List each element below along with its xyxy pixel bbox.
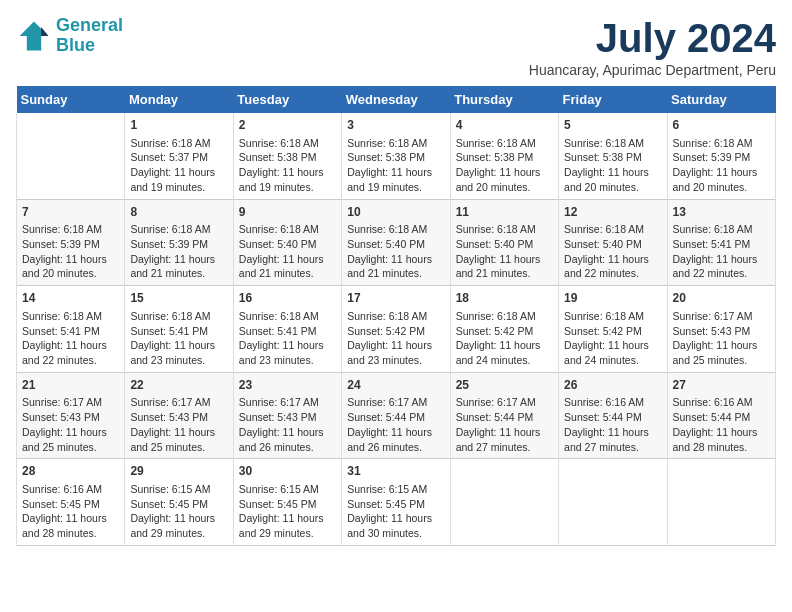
- logo-icon: [16, 18, 52, 54]
- day-info: Sunrise: 6:18 AM Sunset: 5:41 PM Dayligh…: [239, 309, 336, 368]
- week-row: 1Sunrise: 6:18 AM Sunset: 5:37 PM Daylig…: [17, 113, 776, 199]
- day-number: 26: [564, 377, 661, 394]
- day-cell: 18Sunrise: 6:18 AM Sunset: 5:42 PM Dayli…: [450, 286, 558, 373]
- day-cell: [450, 459, 558, 546]
- day-info: Sunrise: 6:17 AM Sunset: 5:43 PM Dayligh…: [673, 309, 770, 368]
- day-number: 9: [239, 204, 336, 221]
- day-info: Sunrise: 6:18 AM Sunset: 5:42 PM Dayligh…: [564, 309, 661, 368]
- day-info: Sunrise: 6:18 AM Sunset: 5:39 PM Dayligh…: [22, 222, 119, 281]
- day-info: Sunrise: 6:18 AM Sunset: 5:40 PM Dayligh…: [456, 222, 553, 281]
- day-cell: 20Sunrise: 6:17 AM Sunset: 5:43 PM Dayli…: [667, 286, 775, 373]
- day-cell: 16Sunrise: 6:18 AM Sunset: 5:41 PM Dayli…: [233, 286, 341, 373]
- day-info: Sunrise: 6:15 AM Sunset: 5:45 PM Dayligh…: [347, 482, 444, 541]
- day-cell: 24Sunrise: 6:17 AM Sunset: 5:44 PM Dayli…: [342, 372, 450, 459]
- column-header-wednesday: Wednesday: [342, 86, 450, 113]
- day-cell: 14Sunrise: 6:18 AM Sunset: 5:41 PM Dayli…: [17, 286, 125, 373]
- day-cell: 31Sunrise: 6:15 AM Sunset: 5:45 PM Dayli…: [342, 459, 450, 546]
- day-info: Sunrise: 6:18 AM Sunset: 5:37 PM Dayligh…: [130, 136, 227, 195]
- day-cell: 12Sunrise: 6:18 AM Sunset: 5:40 PM Dayli…: [559, 199, 667, 286]
- day-cell: 7Sunrise: 6:18 AM Sunset: 5:39 PM Daylig…: [17, 199, 125, 286]
- day-info: Sunrise: 6:18 AM Sunset: 5:40 PM Dayligh…: [347, 222, 444, 281]
- day-info: Sunrise: 6:18 AM Sunset: 5:38 PM Dayligh…: [239, 136, 336, 195]
- day-info: Sunrise: 6:17 AM Sunset: 5:44 PM Dayligh…: [347, 395, 444, 454]
- week-row: 21Sunrise: 6:17 AM Sunset: 5:43 PM Dayli…: [17, 372, 776, 459]
- day-info: Sunrise: 6:18 AM Sunset: 5:41 PM Dayligh…: [22, 309, 119, 368]
- day-number: 17: [347, 290, 444, 307]
- day-cell: 6Sunrise: 6:18 AM Sunset: 5:39 PM Daylig…: [667, 113, 775, 199]
- day-info: Sunrise: 6:17 AM Sunset: 5:43 PM Dayligh…: [130, 395, 227, 454]
- logo: General Blue: [16, 16, 123, 56]
- day-info: Sunrise: 6:16 AM Sunset: 5:45 PM Dayligh…: [22, 482, 119, 541]
- day-cell: 29Sunrise: 6:15 AM Sunset: 5:45 PM Dayli…: [125, 459, 233, 546]
- day-number: 6: [673, 117, 770, 134]
- day-number: 7: [22, 204, 119, 221]
- column-header-saturday: Saturday: [667, 86, 775, 113]
- day-cell: 5Sunrise: 6:18 AM Sunset: 5:38 PM Daylig…: [559, 113, 667, 199]
- day-info: Sunrise: 6:18 AM Sunset: 5:39 PM Dayligh…: [130, 222, 227, 281]
- calendar-subtitle: Huancaray, Apurimac Department, Peru: [529, 62, 776, 78]
- calendar-title: July 2024: [529, 16, 776, 60]
- day-number: 3: [347, 117, 444, 134]
- day-number: 22: [130, 377, 227, 394]
- column-header-tuesday: Tuesday: [233, 86, 341, 113]
- day-cell: 28Sunrise: 6:16 AM Sunset: 5:45 PM Dayli…: [17, 459, 125, 546]
- day-cell: 25Sunrise: 6:17 AM Sunset: 5:44 PM Dayli…: [450, 372, 558, 459]
- week-row: 7Sunrise: 6:18 AM Sunset: 5:39 PM Daylig…: [17, 199, 776, 286]
- day-info: Sunrise: 6:15 AM Sunset: 5:45 PM Dayligh…: [239, 482, 336, 541]
- day-info: Sunrise: 6:18 AM Sunset: 5:41 PM Dayligh…: [130, 309, 227, 368]
- day-number: 1: [130, 117, 227, 134]
- day-cell: 15Sunrise: 6:18 AM Sunset: 5:41 PM Dayli…: [125, 286, 233, 373]
- day-number: 21: [22, 377, 119, 394]
- day-number: 11: [456, 204, 553, 221]
- day-info: Sunrise: 6:18 AM Sunset: 5:41 PM Dayligh…: [673, 222, 770, 281]
- day-number: 5: [564, 117, 661, 134]
- day-cell: 2Sunrise: 6:18 AM Sunset: 5:38 PM Daylig…: [233, 113, 341, 199]
- day-cell: [17, 113, 125, 199]
- day-info: Sunrise: 6:18 AM Sunset: 5:40 PM Dayligh…: [564, 222, 661, 281]
- day-cell: 22Sunrise: 6:17 AM Sunset: 5:43 PM Dayli…: [125, 372, 233, 459]
- day-cell: 1Sunrise: 6:18 AM Sunset: 5:37 PM Daylig…: [125, 113, 233, 199]
- day-cell: 17Sunrise: 6:18 AM Sunset: 5:42 PM Dayli…: [342, 286, 450, 373]
- day-info: Sunrise: 6:15 AM Sunset: 5:45 PM Dayligh…: [130, 482, 227, 541]
- day-cell: 27Sunrise: 6:16 AM Sunset: 5:44 PM Dayli…: [667, 372, 775, 459]
- day-number: 31: [347, 463, 444, 480]
- day-info: Sunrise: 6:18 AM Sunset: 5:38 PM Dayligh…: [564, 136, 661, 195]
- day-number: 29: [130, 463, 227, 480]
- week-row: 28Sunrise: 6:16 AM Sunset: 5:45 PM Dayli…: [17, 459, 776, 546]
- day-number: 4: [456, 117, 553, 134]
- day-info: Sunrise: 6:17 AM Sunset: 5:44 PM Dayligh…: [456, 395, 553, 454]
- day-number: 28: [22, 463, 119, 480]
- day-number: 25: [456, 377, 553, 394]
- day-info: Sunrise: 6:18 AM Sunset: 5:42 PM Dayligh…: [347, 309, 444, 368]
- week-row: 14Sunrise: 6:18 AM Sunset: 5:41 PM Dayli…: [17, 286, 776, 373]
- column-header-thursday: Thursday: [450, 86, 558, 113]
- day-number: 20: [673, 290, 770, 307]
- day-info: Sunrise: 6:16 AM Sunset: 5:44 PM Dayligh…: [673, 395, 770, 454]
- day-cell: 23Sunrise: 6:17 AM Sunset: 5:43 PM Dayli…: [233, 372, 341, 459]
- day-info: Sunrise: 6:18 AM Sunset: 5:38 PM Dayligh…: [347, 136, 444, 195]
- day-number: 27: [673, 377, 770, 394]
- day-cell: 26Sunrise: 6:16 AM Sunset: 5:44 PM Dayli…: [559, 372, 667, 459]
- day-cell: 30Sunrise: 6:15 AM Sunset: 5:45 PM Dayli…: [233, 459, 341, 546]
- day-info: Sunrise: 6:17 AM Sunset: 5:43 PM Dayligh…: [239, 395, 336, 454]
- day-cell: 3Sunrise: 6:18 AM Sunset: 5:38 PM Daylig…: [342, 113, 450, 199]
- day-info: Sunrise: 6:17 AM Sunset: 5:43 PM Dayligh…: [22, 395, 119, 454]
- day-number: 18: [456, 290, 553, 307]
- column-header-friday: Friday: [559, 86, 667, 113]
- day-info: Sunrise: 6:18 AM Sunset: 5:40 PM Dayligh…: [239, 222, 336, 281]
- day-number: 14: [22, 290, 119, 307]
- day-cell: 10Sunrise: 6:18 AM Sunset: 5:40 PM Dayli…: [342, 199, 450, 286]
- day-number: 16: [239, 290, 336, 307]
- column-header-monday: Monday: [125, 86, 233, 113]
- day-cell: 8Sunrise: 6:18 AM Sunset: 5:39 PM Daylig…: [125, 199, 233, 286]
- day-cell: 21Sunrise: 6:17 AM Sunset: 5:43 PM Dayli…: [17, 372, 125, 459]
- day-number: 10: [347, 204, 444, 221]
- calendar-header: SundayMondayTuesdayWednesdayThursdayFrid…: [17, 86, 776, 113]
- day-info: Sunrise: 6:18 AM Sunset: 5:39 PM Dayligh…: [673, 136, 770, 195]
- title-block: July 2024 Huancaray, Apurimac Department…: [529, 16, 776, 78]
- day-number: 23: [239, 377, 336, 394]
- day-cell: 4Sunrise: 6:18 AM Sunset: 5:38 PM Daylig…: [450, 113, 558, 199]
- day-info: Sunrise: 6:18 AM Sunset: 5:42 PM Dayligh…: [456, 309, 553, 368]
- day-cell: 11Sunrise: 6:18 AM Sunset: 5:40 PM Dayli…: [450, 199, 558, 286]
- day-cell: 13Sunrise: 6:18 AM Sunset: 5:41 PM Dayli…: [667, 199, 775, 286]
